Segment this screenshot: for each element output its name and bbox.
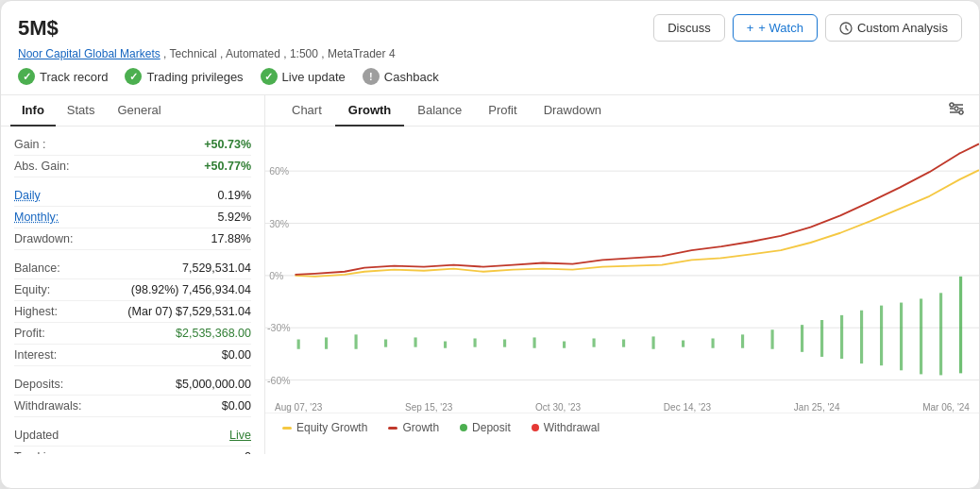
- subtitle: Noor Capital Global Markets , Technical …: [18, 47, 962, 60]
- stat-equity-label: Equity:: [14, 283, 50, 296]
- badge-trading-privileges: ✓ Trading privileges: [125, 68, 243, 85]
- stat-updated-value: Live: [229, 429, 251, 442]
- right-panel: Chart Growth Balance Profit Drawdown: [265, 95, 979, 454]
- stat-gain-label: Gain :: [14, 138, 45, 151]
- x-label-2: Sep 15, '23: [405, 402, 452, 413]
- live-update-icon: ✓: [261, 68, 278, 85]
- chart-settings-icon[interactable]: [947, 99, 966, 123]
- chart-tab-drawdown[interactable]: Drawdown: [531, 95, 615, 126]
- stat-withdrawals-label: Withdrawals:: [14, 399, 82, 413]
- left-tab-bar: Info Stats General: [1, 95, 264, 126]
- stat-gain: Gain : +50.73%: [14, 134, 251, 156]
- chart-tab-balance[interactable]: Balance: [404, 95, 475, 126]
- svg-text:0%: 0%: [269, 271, 283, 281]
- watch-label: + Watch: [758, 21, 803, 35]
- svg-rect-44: [939, 293, 942, 375]
- svg-rect-34: [712, 338, 715, 347]
- stat-interest-label: Interest:: [14, 348, 57, 362]
- stat-abs-gain-label: Abs. Gain:: [14, 160, 69, 173]
- svg-rect-21: [325, 337, 328, 348]
- trading-privileges-icon: ✓: [125, 68, 142, 85]
- legend-deposit-label: Deposit: [472, 421, 511, 434]
- stat-daily-label: Daily: [14, 189, 41, 202]
- custom-analysis-button[interactable]: Custom Analysis: [825, 14, 962, 42]
- main-window: 5M$ Discuss + + Watch Custom Analysis No…: [0, 0, 980, 489]
- stats-table: Gain : +50.73% Abs. Gain: +50.77% Daily …: [1, 126, 264, 454]
- chart-tab-bar: Chart Growth Balance Profit Drawdown: [265, 95, 979, 126]
- stat-profit-value: $2,535,368.00: [176, 327, 251, 340]
- svg-point-7: [959, 110, 963, 114]
- track-record-icon: ✓: [18, 68, 35, 85]
- divider-2: [14, 250, 251, 258]
- legend-withdrawal: Withdrawal: [532, 421, 600, 434]
- stat-drawdown: Drawdown: 17.88%: [14, 228, 251, 250]
- stat-withdrawals-value: $0.00: [222, 399, 251, 413]
- chart-tab-growth[interactable]: Growth: [335, 95, 405, 126]
- svg-text:-60%: -60%: [267, 376, 290, 386]
- svg-rect-37: [801, 325, 803, 352]
- stat-gain-value: +50.73%: [204, 138, 251, 151]
- stat-profit-label: Profit:: [14, 327, 45, 340]
- stat-tracking-label: Tracking: [14, 450, 59, 454]
- legend-deposit: Deposit: [460, 421, 511, 434]
- stat-abs-gain: Abs. Gain: +50.77%: [14, 156, 251, 177]
- svg-rect-25: [444, 342, 447, 348]
- svg-point-4: [950, 103, 954, 107]
- custom-analysis-label: Custom Analysis: [857, 21, 948, 35]
- badges-row: ✓ Track record ✓ Trading privileges ✓ Li…: [18, 68, 962, 94]
- discuss-button[interactable]: Discuss: [653, 14, 725, 42]
- divider-3: [14, 366, 251, 374]
- left-panel: Info Stats General Gain : +50.73% Abs. G…: [1, 95, 265, 454]
- svg-rect-36: [771, 329, 774, 349]
- svg-rect-28: [533, 337, 536, 347]
- svg-rect-31: [622, 340, 625, 347]
- stat-drawdown-value: 17.88%: [211, 232, 251, 245]
- svg-rect-26: [474, 338, 477, 346]
- svg-rect-30: [593, 338, 596, 346]
- subtitle-rest: , Technical , Automated , 1:500 , MetaTr…: [163, 47, 395, 60]
- x-label-6: Mar 06, '24: [922, 402, 970, 413]
- stat-profit: Profit: $2,535,368.00: [14, 323, 251, 345]
- stat-withdrawals: Withdrawals: $0.00: [14, 396, 251, 417]
- chart-tab-profit[interactable]: Profit: [475, 95, 530, 126]
- tab-general[interactable]: General: [106, 95, 172, 126]
- stat-balance-value: 7,529,531.04: [182, 261, 251, 275]
- chart-area: 60% 30% 0% -30% -60%: [265, 126, 979, 454]
- svg-text:30%: 30%: [269, 219, 289, 229]
- watch-button[interactable]: + + Watch: [733, 14, 818, 42]
- svg-rect-27: [503, 340, 506, 347]
- svg-rect-29: [563, 342, 566, 348]
- stat-equity-value: (98.92%) 7,456,934.04: [131, 283, 251, 296]
- deposit-dot-icon: [460, 424, 467, 431]
- stat-deposits-label: Deposits:: [14, 378, 63, 391]
- stat-updated-label: Updated: [14, 429, 59, 442]
- stat-deposits-value: $5,000,000.00: [176, 378, 251, 391]
- header: 5M$ Discuss + + Watch Custom Analysis No…: [1, 1, 979, 95]
- svg-rect-38: [820, 320, 823, 357]
- badge-track-record: ✓ Track record: [18, 68, 108, 85]
- broker-name: Noor Capital Global Markets: [18, 47, 161, 60]
- tab-info[interactable]: Info: [10, 95, 56, 126]
- growth-line-icon: [388, 427, 397, 430]
- svg-rect-39: [840, 315, 843, 359]
- svg-rect-33: [682, 341, 684, 347]
- svg-text:-30%: -30%: [267, 323, 290, 333]
- withdrawal-dot-icon: [532, 424, 539, 431]
- trading-privileges-label: Trading privileges: [146, 70, 243, 84]
- content-area: Info Stats General Gain : +50.73% Abs. G…: [1, 95, 979, 454]
- svg-rect-41: [880, 306, 883, 366]
- legend-equity-growth: Equity Growth: [282, 421, 367, 434]
- cashback-label: Cashback: [384, 70, 439, 84]
- tab-stats[interactable]: Stats: [56, 95, 107, 126]
- stat-highest-value: (Mar 07) $7,529,531.04: [127, 305, 251, 318]
- chart-tab-chart[interactable]: Chart: [279, 95, 335, 126]
- stat-deposits: Deposits: $5,000,000.00: [14, 374, 251, 396]
- clock-icon: [839, 22, 853, 35]
- svg-rect-24: [414, 337, 417, 346]
- stat-interest: Interest: $0.00: [14, 345, 251, 366]
- divider-1: [14, 177, 251, 185]
- header-buttons: Discuss + + Watch Custom Analysis: [653, 14, 962, 42]
- legend-withdrawal-label: Withdrawal: [544, 421, 600, 434]
- chart-tabs: Chart Growth Balance Profit Drawdown: [279, 95, 615, 126]
- stat-daily: Daily 0.19%: [14, 185, 251, 207]
